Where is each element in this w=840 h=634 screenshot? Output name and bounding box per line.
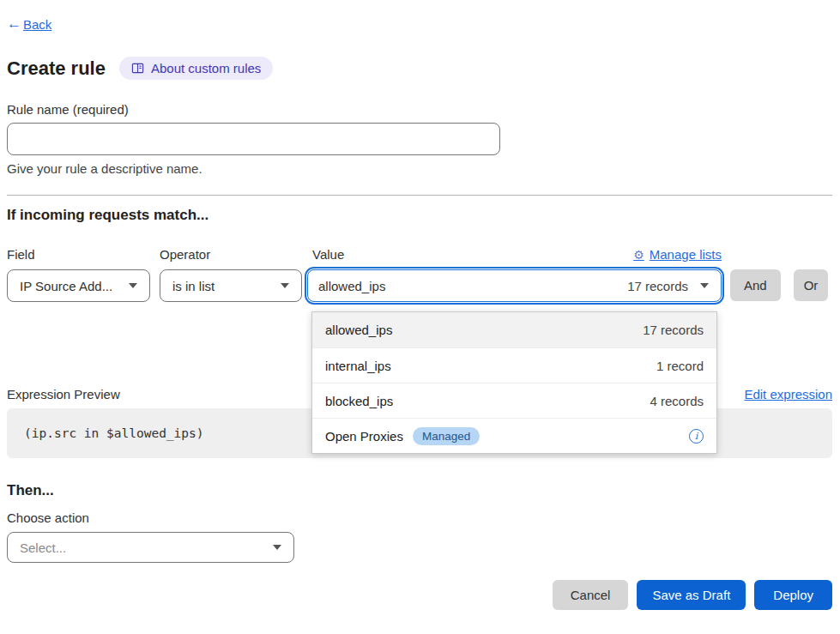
gear-icon: ⚙ <box>633 248 644 262</box>
expression-preview-label: Expression Preview <box>7 387 120 402</box>
choose-action-label: Choose action <box>7 510 832 525</box>
value-column: allowed_ips 17 records allowed_ips 17 re… <box>307 269 722 302</box>
chevron-down-icon <box>700 283 709 288</box>
field-label: Field <box>7 247 150 262</box>
value-select-value: allowed_ips <box>318 279 385 293</box>
managed-badge: Managed <box>413 427 480 445</box>
then-section-heading: Then... <box>7 482 832 499</box>
rule-name-label: Rule name (required) <box>7 102 832 117</box>
info-icon[interactable]: i <box>689 429 704 444</box>
back-arrow-icon: ← <box>7 15 21 33</box>
operator-label: Operator <box>160 247 302 262</box>
list-name: internal_ips <box>325 359 391 373</box>
section-divider <box>7 195 832 196</box>
page-title: Create rule <box>7 57 106 80</box>
list-name: Open Proxies <box>325 429 403 444</box>
title-row: Create rule About custom rules <box>7 57 832 80</box>
value-label: Value <box>312 247 344 262</box>
manage-lists-label: Manage lists <box>650 247 722 262</box>
back-link-row: ← Back <box>7 15 832 33</box>
dropdown-item-blocked-ips[interactable]: blocked_ips 4 records <box>312 383 716 418</box>
condition-row: IP Source Add... is in list allowed_ips … <box>7 269 832 302</box>
dropdown-item-allowed-ips[interactable]: allowed_ips 17 records <box>312 312 716 347</box>
list-name: allowed_ips <box>325 323 392 337</box>
or-button[interactable]: Or <box>794 269 829 301</box>
action-select-placeholder: Select... <box>20 540 66 555</box>
operator-select[interactable]: is in list <box>160 269 302 302</box>
chevron-down-icon <box>281 283 289 288</box>
rule-name-helper: Give your rule a descriptive name. <box>7 161 832 176</box>
value-dropdown-menu: allowed_ips 17 records internal_ips 1 re… <box>311 311 717 454</box>
list-record-count: 4 records <box>650 394 704 408</box>
and-button[interactable]: And <box>730 269 781 301</box>
about-custom-rules-label: About custom rules <box>151 61 261 75</box>
field-select-value: IP Source Add... <box>20 279 112 293</box>
back-link[interactable]: Back <box>23 17 51 32</box>
action-select[interactable]: Select... <box>7 532 294 563</box>
about-custom-rules-link[interactable]: About custom rules <box>119 57 273 80</box>
dropdown-item-internal-ips[interactable]: internal_ips 1 record <box>312 347 716 383</box>
field-select[interactable]: IP Source Add... <box>7 269 150 302</box>
cancel-button[interactable]: Cancel <box>553 580 629 610</box>
chevron-down-icon <box>273 545 281 550</box>
list-record-count: 17 records <box>643 323 704 337</box>
deploy-button[interactable]: Deploy <box>754 580 832 610</box>
expression-code: (ip.src in $allowed_ips) <box>24 426 204 440</box>
rule-name-input[interactable] <box>7 123 500 155</box>
list-name: blocked_ips <box>325 394 393 408</box>
value-select[interactable]: allowed_ips 17 records <box>307 269 722 302</box>
list-record-count: 1 record <box>656 359 704 373</box>
chevron-down-icon <box>129 283 137 288</box>
condition-labels-row: Field Operator Value ⚙ Manage lists <box>7 247 832 262</box>
book-icon <box>131 62 144 75</box>
match-section-heading: If incoming requests match... <box>7 207 832 224</box>
footer-actions: Cancel Save as Draft Deploy <box>7 580 832 610</box>
manage-lists-link[interactable]: ⚙ Manage lists <box>633 247 722 262</box>
save-as-draft-button[interactable]: Save as Draft <box>637 580 746 610</box>
value-select-records: 17 records <box>627 279 688 293</box>
dropdown-item-open-proxies[interactable]: Open Proxies Managed i <box>312 418 716 453</box>
operator-select-value: is in list <box>172 279 215 293</box>
edit-expression-link[interactable]: Edit expression <box>744 387 832 402</box>
